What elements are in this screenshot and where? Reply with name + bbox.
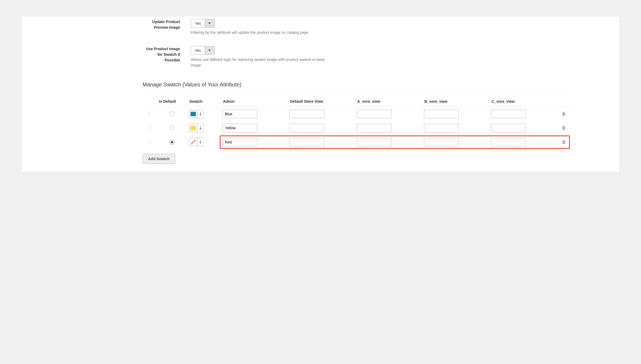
swatch-picker[interactable] [189, 110, 203, 118]
field-use-product-image: Use Product Image for Swatch if Possible… [142, 46, 571, 68]
arrow-down-icon [197, 110, 203, 118]
label-update-preview: Update Product Preview Image [142, 19, 180, 30]
a-input[interactable] [357, 124, 392, 132]
trash-icon[interactable] [562, 113, 566, 117]
table-row [142, 107, 571, 121]
is-default-radio[interactable] [170, 111, 174, 116]
c-input[interactable] [491, 138, 526, 146]
drag-handle-icon[interactable] [142, 121, 157, 135]
table-row [142, 135, 571, 149]
col-swatch: Swatch [187, 96, 221, 107]
svg-marker-1 [208, 50, 211, 51]
col-is-default: Is Default [157, 96, 187, 107]
note-use-product-image: Allows use fallback logic for replacing … [191, 57, 330, 68]
col-default-store: Default Store View [288, 96, 355, 107]
col-b-view: B_sore_view [422, 96, 489, 107]
b-input[interactable] [424, 110, 459, 118]
arrow-down-icon [197, 124, 203, 132]
b-input[interactable] [424, 138, 459, 146]
section-title: Manage Swatch (Values of Your Attribute) [142, 82, 571, 88]
is-default-radio[interactable] [170, 140, 174, 145]
divider [142, 90, 571, 91]
default_store-input[interactable] [290, 124, 324, 132]
note-update-preview: Filtering by this attribute will update … [191, 30, 330, 35]
table-row [142, 121, 571, 135]
c-input[interactable] [491, 124, 526, 132]
admin-input[interactable] [222, 138, 257, 146]
a-input[interactable] [357, 110, 392, 118]
trash-icon[interactable] [562, 127, 566, 131]
swatch-picker[interactable] [189, 124, 203, 132]
chevron-down-icon [205, 19, 214, 27]
col-c-view: C_sore_view [489, 96, 556, 107]
field-update-preview: Update Product Preview Image Yes Filteri… [142, 19, 571, 35]
trash-icon[interactable] [562, 141, 566, 145]
col-a-view: A_sore_view [355, 96, 422, 107]
select-update-preview[interactable]: Yes [191, 19, 215, 28]
svg-marker-0 [208, 23, 211, 24]
admin-input[interactable] [222, 124, 257, 132]
default_store-input[interactable] [290, 138, 324, 146]
col-admin: Admin [221, 96, 288, 107]
add-swatch-button[interactable]: Add Swatch [142, 154, 175, 164]
default_store-input[interactable] [290, 110, 324, 118]
arrow-down-icon [197, 138, 203, 146]
select-value: Yes [191, 46, 205, 54]
label-use-product-image: Use Product Image for Swatch if Possible [142, 46, 180, 63]
is-default-radio[interactable] [170, 125, 174, 130]
swatch-picker[interactable] [189, 138, 203, 146]
admin-input[interactable] [222, 110, 257, 118]
select-value: Yes [191, 19, 205, 27]
b-input[interactable] [424, 124, 459, 132]
a-input[interactable] [357, 138, 392, 146]
drag-handle-icon[interactable] [142, 135, 157, 149]
swatch-table: Is Default Swatch Admin Default Store Vi… [142, 96, 571, 149]
chevron-down-icon [205, 46, 214, 54]
select-use-product-image[interactable]: Yes [191, 46, 215, 55]
attribute-panel: Update Product Preview Image Yes Filteri… [21, 16, 620, 172]
drag-handle-icon[interactable] [142, 107, 157, 121]
c-input[interactable] [491, 110, 526, 118]
